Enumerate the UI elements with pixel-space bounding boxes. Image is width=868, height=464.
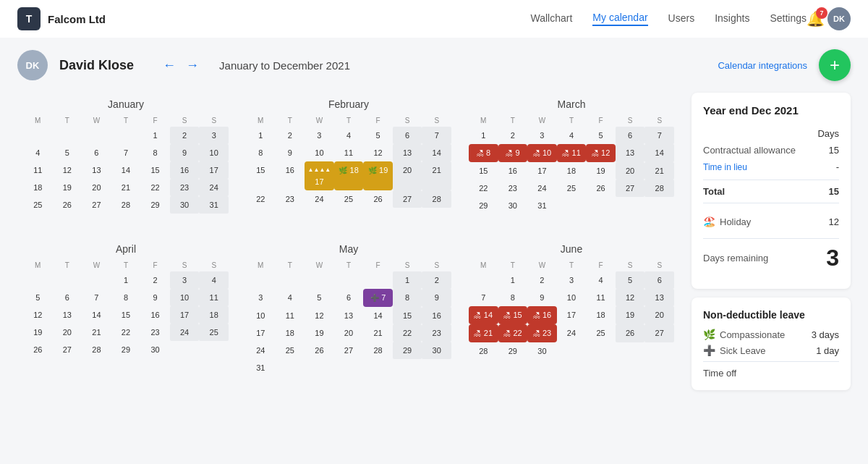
calendar-day[interactable]: 6	[616, 127, 645, 144]
calendar-day[interactable]: 6	[393, 127, 422, 144]
calendar-day[interactable]: 13	[53, 306, 82, 324]
calendar-day[interactable]: 20	[393, 161, 422, 190]
calendar-day[interactable]: 20	[334, 324, 364, 342]
calendar-day[interactable]: 27	[393, 190, 422, 208]
calendar-day[interactable]: 17	[199, 161, 229, 179]
calendar-day[interactable]: 12	[23, 306, 53, 324]
calendar-day[interactable]: 19	[586, 162, 616, 180]
calendar-day[interactable]: 30	[140, 341, 170, 358]
calendar-day[interactable]: 5	[616, 271, 645, 289]
calendar-day[interactable]: 8	[140, 144, 170, 161]
calendar-day[interactable]: 31	[246, 359, 276, 376]
calendar-day[interactable]: 🏖 21	[469, 324, 498, 342]
calendar-day[interactable]: 🏖 10	[527, 144, 557, 162]
calendar-day[interactable]: 8	[111, 289, 141, 306]
calendar-day[interactable]: 1	[393, 271, 422, 289]
calendar-day[interactable]: 30	[170, 196, 200, 214]
calendar-day[interactable]: 26	[305, 342, 334, 359]
calendar-day[interactable]: 8	[246, 144, 276, 161]
calendar-day[interactable]: 1	[246, 127, 276, 144]
calendar-day[interactable]: 6	[82, 144, 111, 161]
calendar-day[interactable]: 25	[23, 196, 53, 214]
time-in-lieu-link[interactable]: Time in lieu	[703, 162, 747, 172]
calendar-day[interactable]: 🏖 16	[527, 306, 557, 324]
calendar-day[interactable]: 17	[557, 306, 587, 324]
calendar-day[interactable]: 2	[276, 127, 305, 144]
calendar-day[interactable]: 27	[616, 180, 645, 197]
calendar-day[interactable]: 26	[586, 180, 616, 197]
calendar-day[interactable]: 12	[53, 161, 82, 179]
calendar-day[interactable]: 7	[82, 289, 111, 306]
calendar-day[interactable]: 17	[527, 162, 557, 180]
calendar-day[interactable]: 1	[498, 271, 528, 289]
calendar-day[interactable]: 3	[305, 127, 334, 144]
calendar-day[interactable]: 26	[616, 324, 645, 342]
calendar-day[interactable]: 6	[644, 271, 674, 289]
calendar-day[interactable]: 11	[334, 144, 364, 161]
calendar-day[interactable]: 4	[334, 127, 364, 144]
calendar-day[interactable]: 28	[82, 341, 111, 358]
calendar-day[interactable]: 21	[644, 162, 674, 180]
calendar-day[interactable]: 9	[140, 289, 170, 306]
calendar-day[interactable]: 10	[246, 307, 276, 324]
nav-users[interactable]: Users	[668, 12, 695, 25]
calendar-day[interactable]: 18	[199, 306, 229, 324]
calendar-day[interactable]: 7	[469, 289, 498, 306]
calendar-day[interactable]: 22	[111, 324, 141, 341]
calendar-day[interactable]: 3	[170, 271, 200, 289]
calendar-day[interactable]: 28	[363, 342, 393, 359]
calendar-day[interactable]: 21	[82, 324, 111, 341]
calendar-day[interactable]: 🌿 18	[334, 161, 364, 190]
calendar-day[interactable]: 6	[53, 289, 82, 306]
calendar-day[interactable]: 15	[246, 161, 276, 190]
prev-period-button[interactable]: ←	[160, 56, 179, 75]
calendar-day[interactable]: 24	[305, 190, 334, 208]
calendar-day[interactable]: 28	[469, 342, 498, 360]
calendar-day[interactable]: 13	[82, 161, 111, 179]
calendar-day[interactable]: 19	[53, 179, 82, 196]
calendar-day[interactable]: ▲▲▲▲ 17	[305, 161, 334, 190]
calendar-day[interactable]: 10	[557, 289, 587, 306]
calendar-day[interactable]: 3	[557, 271, 587, 289]
calendar-day[interactable]: 31	[199, 196, 229, 214]
calendar-day[interactable]: 14	[363, 307, 393, 324]
calendar-day[interactable]: 17	[170, 306, 200, 324]
calendar-day[interactable]: 25	[276, 342, 305, 359]
calendar-day[interactable]: 30	[422, 342, 451, 359]
calendar-day[interactable]: 13	[616, 144, 645, 162]
calendar-day[interactable]: 1	[469, 127, 498, 144]
calendar-day[interactable]: 29	[469, 197, 498, 214]
calendar-day[interactable]: 4	[276, 289, 305, 307]
calendar-day[interactable]: 🏖 22	[498, 324, 528, 342]
calendar-day[interactable]: 23	[498, 180, 528, 197]
calendar-day[interactable]: 11	[276, 307, 305, 324]
calendar-day[interactable]: 24	[170, 324, 200, 341]
calendar-day[interactable]: 21	[422, 161, 451, 190]
calendar-day[interactable]: 11	[23, 161, 53, 179]
calendar-day[interactable]: 4	[586, 271, 616, 289]
calendar-day[interactable]: 5	[363, 127, 393, 144]
calendar-day[interactable]: 25	[557, 180, 587, 197]
calendar-day[interactable]: 12	[305, 307, 334, 324]
calendar-day[interactable]: 24	[199, 179, 229, 196]
calendar-day[interactable]: 20	[644, 306, 674, 324]
calendar-day[interactable]: 5	[23, 289, 53, 306]
calendar-day[interactable]: 30	[527, 342, 557, 360]
calendar-day[interactable]: 28	[422, 190, 451, 208]
notification-button[interactable]: 🔔 7	[807, 10, 825, 28]
nav-settings[interactable]: Settings	[770, 12, 807, 25]
calendar-day[interactable]: 14	[82, 306, 111, 324]
calendar-day[interactable]: 🌿 19	[363, 161, 393, 190]
calendar-day[interactable]: 18	[586, 306, 616, 324]
calendar-day[interactable]: 10	[199, 144, 229, 161]
calendar-day[interactable]: 26	[363, 190, 393, 208]
calendar-day[interactable]: 9	[527, 289, 557, 306]
calendar-day[interactable]: 16	[170, 161, 200, 179]
calendar-day[interactable]: 🏖 23	[527, 324, 557, 342]
calendar-day[interactable]: 🏖 11	[557, 144, 587, 162]
calendar-day[interactable]: 22	[393, 324, 422, 342]
calendar-integrations-link[interactable]: Calendar integrations	[718, 60, 807, 71]
calendar-day[interactable]: 8	[393, 289, 422, 307]
calendar-day[interactable]: ➕ 7	[363, 289, 393, 307]
calendar-day[interactable]: 23	[170, 179, 200, 196]
